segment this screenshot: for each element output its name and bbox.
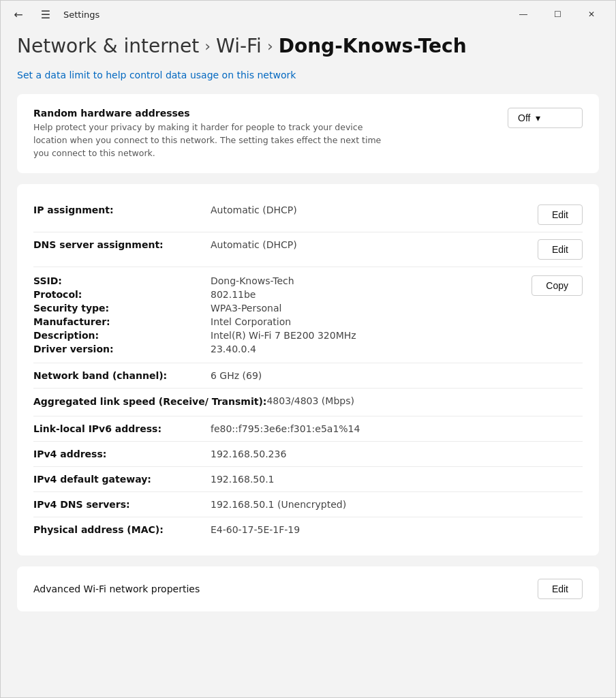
dns-assignment-value: Automatic (DHCP) [211,239,538,250]
ipv6-label: Link-local IPv6 address: [33,423,211,434]
protocol-row: Protocol: 802.11be [33,288,523,301]
description-value: Intel(R) Wi-Fi 7 BE200 320MHz [211,330,523,341]
ipv4-dns-value: 192.168.50.1 (Unencrypted) [211,499,583,510]
chevron-icon-2: › [267,37,273,55]
ip-assignment-edit-button[interactable]: Edit [538,204,583,225]
breadcrumb-wifi[interactable]: Wi-Fi [216,35,262,57]
manufacturer-label: Manufacturer: [33,316,211,327]
advanced-wifi-card: Advanced Wi-Fi network properties Edit [17,566,599,611]
driver-version-value: 23.40.0.4 [211,344,523,354]
random-hardware-section: Random hardware addresses Help protect y… [17,94,599,173]
ssid-label: SSID: [33,275,211,286]
minimize-button[interactable]: — [508,3,539,25]
manufacturer-row: Manufacturer: Intel Corporation [33,315,523,329]
agg-link-speed-value: 4803/4803 (Mbps) [266,395,583,406]
ipv4-gateway-row: IPv4 default gateway: 192.168.50.1 [33,467,583,492]
network-band-row: Network band (channel): 6 GHz (69) [33,363,583,389]
ssid-value: Dong-Knows-Tech [211,275,523,286]
ipv4-address-row: IPv4 address: 192.168.50.236 [33,442,583,467]
hamburger-menu-button[interactable]: ☰ [36,5,55,24]
ipv4-dns-row: IPv4 DNS servers: 192.168.50.1 (Unencryp… [33,492,583,517]
back-button[interactable]: ← [9,5,28,24]
advanced-wifi-label: Advanced Wi-Fi network properties [33,583,200,594]
ip-assignment-value: Automatic (DHCP) [211,204,538,215]
maximize-button[interactable]: ☐ [542,3,573,25]
ssid-block: SSID: Dong-Knows-Tech Protocol: 802.11be… [33,267,583,363]
ipv6-row: Link-local IPv6 address: fe80::f795:3e6e… [33,416,583,442]
agg-link-speed-row: Aggregated link speed (Receive/ Transmit… [33,389,583,416]
ssid-copy-button[interactable]: Copy [532,275,583,296]
ip-assignment-label: IP assignment: [33,204,211,215]
protocol-value: 802.11be [211,289,523,300]
network-details-card: IP assignment: Automatic (DHCP) Edit DNS… [17,184,599,556]
random-hardware-title: Random hardware addresses [33,108,388,119]
ip-assignment-row: IP assignment: Automatic (DHCP) Edit [33,198,583,232]
ipv4-dns-label: IPv4 DNS servers: [33,499,211,510]
breadcrumb-current: Dong-Knows-Tech [279,35,467,57]
random-hardware-dropdown[interactable]: Off ▾ [508,108,583,128]
random-hardware-description: Help protect your privacy by making it h… [33,121,388,160]
ipv4-gateway-value: 192.168.50.1 [211,474,583,485]
dns-assignment-edit-button[interactable]: Edit [538,239,583,260]
description-label: Description: [33,330,211,341]
dns-assignment-row: DNS server assignment: Automatic (DHCP) … [33,232,583,267]
mac-address-label: Physical address (MAC): [33,524,211,535]
ssid-row: SSID: Dong-Knows-Tech [33,274,523,288]
close-button[interactable]: ✕ [576,3,607,25]
dropdown-chevron-icon: ▾ [536,112,540,123]
chevron-icon: › [204,37,211,55]
security-type-label: Security type: [33,303,211,314]
driver-version-label: Driver version: [33,344,211,354]
network-band-label: Network band (channel): [33,370,211,381]
driver-version-row: Driver version: 23.40.0.4 [33,342,523,356]
mac-address-row: Physical address (MAC): E4-60-17-5E-1F-1… [33,517,583,542]
window-title: Settings [63,10,99,20]
breadcrumb: Network & internet › Wi-Fi › Dong-Knows-… [1,28,615,68]
network-band-value: 6 GHz (69) [211,370,583,381]
ipv4-address-value: 192.168.50.236 [211,449,583,459]
security-type-value: WPA3-Personal [211,303,523,314]
data-limit-link[interactable]: Set a data limit to help control data us… [17,70,296,80]
advanced-wifi-edit-button[interactable]: Edit [538,579,583,599]
ipv4-address-label: IPv4 address: [33,449,211,459]
security-type-row: Security type: WPA3-Personal [33,301,523,315]
ipv4-gateway-label: IPv4 default gateway: [33,474,211,485]
ipv6-value: fe80::f795:3e6e:f301:e5a1%14 [211,423,583,434]
dns-assignment-label: DNS server assignment: [33,239,211,250]
manufacturer-value: Intel Corporation [211,316,523,327]
mac-address-value: E4-60-17-5E-1F-19 [211,524,583,535]
agg-link-speed-label: Aggregated link speed (Receive/ Transmit… [33,395,266,409]
protocol-label: Protocol: [33,289,211,300]
description-row: Description: Intel(R) Wi-Fi 7 BE200 320M… [33,329,523,342]
breadcrumb-network-internet[interactable]: Network & internet [17,35,199,57]
random-hardware-dropdown-value: Off [518,112,530,123]
